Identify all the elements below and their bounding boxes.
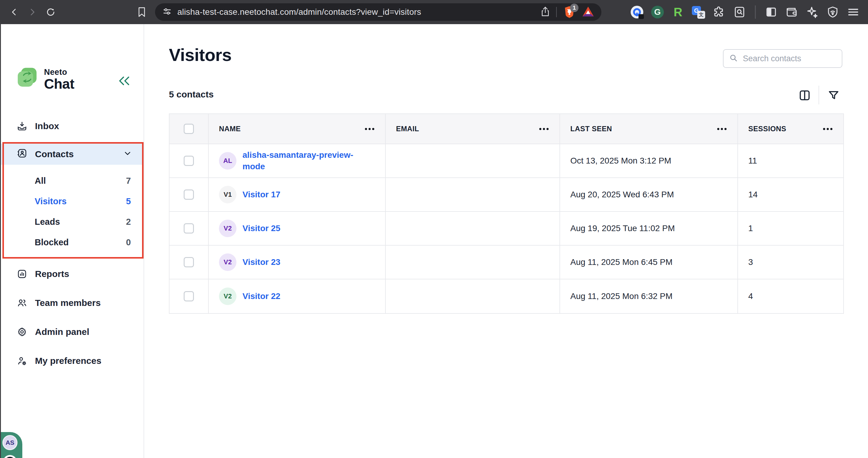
subnav-item-all[interactable]: All 7 — [0, 171, 144, 191]
contact-name-link[interactable]: Visitor 23 — [243, 256, 280, 268]
search-icon — [729, 53, 738, 64]
subnav-label: All — [35, 176, 46, 186]
contact-name-link[interactable]: Visitor 17 — [243, 189, 280, 200]
subnav-item-visitors[interactable]: Visitors 5 — [0, 191, 144, 212]
sidebar-item-reports[interactable]: Reports — [0, 266, 144, 282]
bookmark-icon[interactable] — [135, 5, 148, 19]
tools-separator — [818, 86, 819, 104]
back-button[interactable] — [8, 5, 21, 19]
sidebar-item-label: Admin panel — [35, 327, 89, 337]
translate-extension-icon[interactable]: G 文 — [691, 5, 706, 19]
sidebar-toggle-icon[interactable] — [764, 5, 778, 19]
password-manager-extension-icon[interactable] — [630, 5, 644, 19]
forward-button[interactable] — [25, 5, 39, 19]
last-seen-cell: Aug 11, 2025 Mon 6:45 PM — [560, 246, 738, 279]
subnav-label: Blocked — [35, 238, 69, 247]
column-menu-icon[interactable] — [539, 126, 549, 132]
sessions-cell: 11 — [738, 144, 843, 177]
row-checkbox[interactable] — [184, 156, 194, 166]
contacts-table: NAME EMAIL LAST SEEN SESSIONS — [169, 114, 844, 314]
column-label: SESSIONS — [748, 125, 786, 133]
sidebar-collapse-icon[interactable] — [116, 75, 131, 87]
profile-widget: AS ? — [0, 432, 22, 458]
name-cell: AL alisha-samantaray-preview-mode — [209, 144, 386, 177]
columns-toggle-icon[interactable] — [796, 87, 813, 104]
select-all-checkbox[interactable] — [184, 124, 194, 134]
row-checkbox-cell — [169, 144, 209, 177]
url-bar[interactable]: alisha-test-case.neetochat.com/admin/con… — [155, 3, 601, 21]
column-menu-icon[interactable] — [717, 126, 727, 132]
sidebar-item-label: My preferences — [35, 356, 101, 366]
vpn-shield-icon[interactable] — [826, 5, 840, 19]
sidebar: Neeto Chat Inbox Contacts All — [0, 24, 144, 458]
ai-sparkle-icon[interactable] — [805, 5, 819, 19]
share-icon[interactable] — [540, 6, 550, 18]
contact-name-link[interactable]: Visitor 25 — [243, 223, 280, 234]
wallet-icon[interactable] — [785, 5, 799, 19]
row-checkbox[interactable] — [184, 189, 194, 200]
row-checkbox[interactable] — [184, 291, 194, 301]
page-title: Visitors — [169, 44, 231, 65]
last-seen-cell: Aug 20, 2025 Wed 6:43 PM — [560, 178, 738, 211]
filter-icon[interactable] — [825, 87, 842, 104]
page-search-icon[interactable] — [733, 5, 746, 19]
main-content: Visitors 5 contacts NAME — [145, 24, 868, 458]
email-cell — [386, 246, 560, 279]
window-edge — [0, 24, 1, 458]
avatar: V1 — [219, 186, 237, 203]
sidebar-item-label: Contacts — [35, 149, 73, 159]
menu-hamburger-icon[interactable] — [846, 5, 860, 19]
sidebar-item-label: Reports — [35, 269, 69, 279]
subnav-count: 2 — [126, 217, 131, 227]
table-row: AL alisha-samantaray-preview-mode Oct 13… — [169, 144, 843, 178]
contacts-count: 5 contacts — [169, 89, 214, 99]
browser-toolbar: alisha-test-case.neetochat.com/admin/con… — [0, 0, 868, 24]
name-cell: V2 Visitor 23 — [209, 246, 386, 279]
extension-cluster: G R G 文 — [630, 5, 860, 19]
site-settings-icon[interactable] — [162, 7, 172, 18]
name-cell: V1 Visitor 17 — [209, 178, 386, 211]
reload-button[interactable] — [44, 5, 57, 19]
sidebar-item-my-preferences[interactable]: My preferences — [0, 353, 144, 369]
extensions-puzzle-icon[interactable] — [712, 5, 726, 19]
avatar: V2 — [219, 287, 237, 305]
chevron-down-icon — [123, 149, 132, 160]
url-separator — [556, 7, 557, 17]
sidebar-item-contacts[interactable]: Contacts — [0, 144, 144, 165]
table-row: V2 Visitor 22 Aug 11, 2025 Mon 6:32 PM 4 — [169, 279, 843, 313]
r-extension-icon[interactable]: R — [671, 5, 685, 19]
header-checkbox-cell — [169, 114, 209, 144]
app-logo[interactable]: Neeto Chat — [17, 67, 74, 91]
help-button[interactable]: ? — [3, 455, 17, 458]
last-seen-cell: Aug 11, 2025 Mon 6:32 PM — [560, 279, 738, 313]
sidebar-item-team-members[interactable]: Team members — [0, 295, 144, 311]
row-checkbox[interactable] — [184, 223, 194, 234]
search-contacts-box[interactable] — [723, 49, 842, 68]
url-text[interactable]: alisha-test-case.neetochat.com/admin/con… — [177, 7, 421, 17]
brave-rewards-icon[interactable] — [582, 6, 594, 18]
shield-badge: 1 — [570, 4, 579, 12]
email-cell — [386, 178, 560, 211]
subnav-item-leads[interactable]: Leads 2 — [0, 212, 144, 232]
row-checkbox[interactable] — [184, 257, 194, 267]
sidebar-item-admin-panel[interactable]: Admin panel — [0, 324, 144, 340]
user-avatar[interactable]: AS — [2, 435, 18, 450]
name-cell: V2 Visitor 22 — [209, 279, 386, 313]
column-header-last-seen: LAST SEEN — [560, 114, 738, 144]
contact-name-link[interactable]: Visitor 22 — [243, 291, 280, 302]
email-cell — [386, 212, 560, 245]
brave-shield-icon[interactable]: 1 — [563, 5, 576, 19]
column-menu-icon[interactable] — [364, 126, 375, 132]
sessions-cell: 14 — [738, 178, 843, 211]
reports-icon — [17, 269, 27, 279]
contact-name-link[interactable]: alisha-samantaray-preview-mode — [243, 149, 369, 172]
column-menu-icon[interactable] — [823, 126, 833, 132]
last-seen-cell: Aug 19, 2025 Tue 11:02 PM — [560, 212, 738, 245]
subnav-item-blocked[interactable]: Blocked 0 — [0, 232, 144, 252]
row-checkbox-cell — [169, 246, 209, 279]
team-members-icon — [17, 298, 27, 308]
brand-name-top: Neeto — [44, 68, 74, 76]
grammarly-extension-icon[interactable]: G — [651, 5, 664, 19]
sidebar-item-inbox[interactable]: Inbox — [0, 118, 144, 134]
search-input[interactable] — [742, 54, 833, 64]
